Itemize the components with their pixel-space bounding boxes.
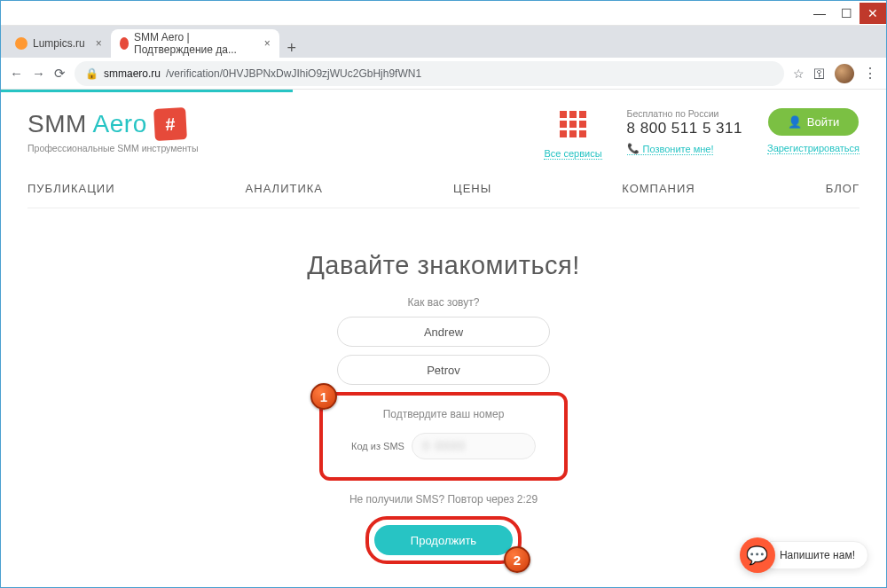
bookmark-icon[interactable]: ☆ [793, 67, 805, 81]
sms-repeat-label: Не получили SMS? Повтор через 2:29 [27, 493, 860, 506]
browser-tab-smmaero[interactable]: SMM Aero | Подтверждение да... × [111, 29, 279, 58]
nav-blog[interactable]: БЛОГ [826, 182, 860, 195]
favicon-icon [15, 37, 27, 50]
nav-analytics[interactable]: АНАЛИТИКА [246, 182, 323, 195]
continue-button[interactable]: Продолжить [374, 525, 513, 555]
window-maximize-button[interactable]: ☐ [833, 3, 860, 24]
verify-phone-label: Подтвердите ваш номер [339, 408, 548, 420]
back-icon[interactable]: ← [10, 66, 23, 81]
url-path: /verification/0HVJBPNxDwJIhiO9zjWUc2GbHj… [166, 67, 421, 80]
first-name-input[interactable]: Andrew [337, 317, 550, 347]
annotation-badge-1: 1 [310, 383, 337, 410]
login-button-label: Войти [807, 115, 839, 129]
address-bar[interactable]: 🔒 smmaero.ru /verification/0HVJBPNxDwJIh… [75, 61, 784, 86]
annotation-badge-2: 2 [504, 546, 530, 573]
tagline: Профессиональные SMM инструменты [27, 143, 519, 153]
url-domain: smmaero.ru [104, 67, 161, 80]
chat-label: Напишите нам! [770, 541, 868, 569]
sms-code-input[interactable]: 0 0000 [412, 433, 536, 459]
favicon-icon [120, 37, 129, 50]
key-icon[interactable]: ⚿ [813, 67, 826, 81]
phone-block: Бесплатно по России 8 800 511 5 311 📞 По… [627, 108, 742, 155]
forward-icon[interactable]: → [32, 66, 45, 81]
window-close-button[interactable]: ✕ [860, 3, 886, 24]
sms-code-label: Код из SMS [351, 441, 404, 451]
first-name-value: Andrew [424, 325, 463, 339]
grid-icon [560, 111, 586, 137]
phone-number[interactable]: 8 800 511 5 311 [627, 120, 742, 137]
page-content: SMM Aero # Профессиональные SMM инструме… [1, 92, 886, 587]
profile-avatar[interactable] [835, 64, 854, 83]
new-tab-button[interactable]: + [279, 39, 304, 58]
call-me-link[interactable]: 📞 Позвоните мне! [627, 143, 714, 155]
login-button[interactable]: 👤 Войти [768, 108, 859, 136]
nav-company[interactable]: КОМПАНИЯ [622, 182, 695, 195]
hash-icon: # [153, 107, 187, 141]
verification-form: Давайте знакомиться! Как вас зовут? Andr… [27, 251, 860, 564]
browser-menu-icon[interactable]: ⋮ [863, 65, 877, 82]
chat-icon[interactable]: 💬 [740, 537, 775, 573]
register-link[interactable]: Зарегистрироваться [767, 143, 860, 154]
reload-icon[interactable]: ⟳ [54, 66, 66, 82]
tab-close-icon[interactable]: × [264, 37, 271, 50]
lock-icon: 🔒 [85, 67, 98, 80]
site-header: SMM Aero # Профессиональные SMM инструме… [27, 108, 860, 161]
sms-row: Код из SMS 0 0000 [339, 433, 548, 459]
browser-tab-lumpics[interactable]: Lumpics.ru × [6, 29, 111, 58]
form-heading: Давайте знакомиться! [27, 251, 860, 280]
call-me-text: Позвоните мне! [643, 144, 714, 154]
chat-widget[interactable]: 💬 Напишите нам! [740, 537, 868, 573]
continue-highlight: Продолжить 2 [365, 516, 522, 564]
tab-title: Lumpics.ru [33, 37, 85, 50]
browser-tabstrip: Lumpics.ru × SMM Aero | Подтверждение да… [1, 26, 886, 58]
main-nav: ПУБЛИКАЦИИ АНАЛИТИКА ЦЕНЫ КОМПАНИЯ БЛОГ [27, 182, 860, 208]
all-services-block[interactable]: Все сервисы [544, 108, 601, 161]
browser-toolbar: ← → ⟳ 🔒 smmaero.ru /verification/0HVJBPN… [1, 58, 886, 90]
logo-text: SMM Aero [27, 110, 147, 138]
logo[interactable]: SMM Aero # [27, 108, 519, 140]
last-name-value: Petrov [427, 364, 460, 377]
form-question: Как вас зовут? [27, 296, 860, 309]
phone-icon: 📞 [627, 143, 640, 154]
auth-block: 👤 Войти Зарегистрироваться [767, 108, 860, 154]
tab-title: SMM Aero | Подтверждение да... [134, 31, 254, 56]
sms-code-value: 0 0000 [423, 440, 467, 452]
nav-prices[interactable]: ЦЕНЫ [453, 182, 491, 195]
all-services-link[interactable]: Все сервисы [544, 148, 601, 160]
last-name-input[interactable]: Petrov [337, 355, 550, 385]
user-icon: 👤 [788, 115, 802, 129]
tab-close-icon[interactable]: × [96, 37, 102, 50]
brand-block: SMM Aero # Профессиональные SMM инструме… [27, 108, 519, 153]
nav-publications[interactable]: ПУБЛИКАЦИИ [27, 182, 115, 195]
window-minimize-button[interactable]: — [806, 3, 833, 24]
phone-free-label: Бесплатно по России [627, 108, 742, 119]
window-titlebar: — ☐ ✕ [1, 1, 886, 26]
verify-phone-section: 1 Подтвердите ваш номер Код из SMS 0 000… [319, 392, 568, 481]
